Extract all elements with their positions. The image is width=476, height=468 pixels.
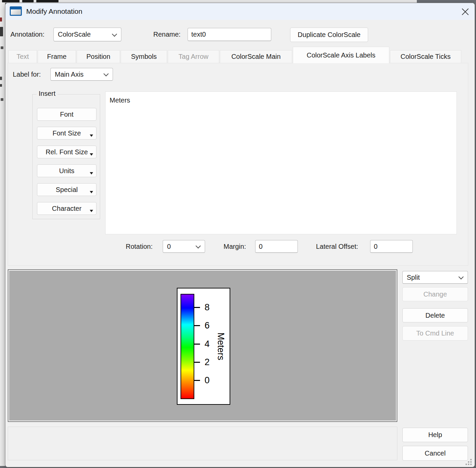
rename-input[interactable] <box>188 28 271 41</box>
tab-tag-arrow[interactable]: Tag Arrow <box>168 50 219 63</box>
close-button[interactable] <box>460 6 471 17</box>
dialog-title: Modify Annotation <box>26 3 82 20</box>
tab-frame[interactable]: Frame <box>38 50 76 63</box>
lateral-offset-input[interactable] <box>370 240 413 253</box>
split-select[interactable]: Split <box>402 271 468 284</box>
rotation-select[interactable]: 0 <box>163 240 205 253</box>
change-button[interactable]: Change <box>402 287 468 301</box>
insert-special-button[interactable]: Special <box>37 183 96 196</box>
tab-position[interactable]: Position <box>77 50 120 63</box>
button-label: Font <box>60 111 73 118</box>
tick-mark <box>194 307 200 308</box>
tick-mark <box>194 380 200 381</box>
button-label: Units <box>59 167 75 175</box>
tab-colorscale-main[interactable]: ColorScale Main <box>220 50 292 63</box>
chevron-down-icon <box>112 31 117 37</box>
menu-arrow-icon <box>90 153 93 156</box>
button-label: Character <box>52 205 82 212</box>
label-for-select-value: Main Axis <box>55 71 84 78</box>
tab-colorscale-ticks[interactable]: ColorScale Ticks <box>390 50 461 63</box>
cancel-button[interactable]: Cancel <box>402 446 468 461</box>
tick-label: 6 <box>200 320 214 331</box>
menu-arrow-icon <box>90 134 93 137</box>
insert-font-button[interactable]: Font <box>37 108 96 121</box>
background-artifact <box>0 27 3 36</box>
chevron-down-icon <box>196 243 201 249</box>
help-button[interactable]: Help <box>402 428 468 442</box>
annotation-text-editor[interactable]: Meters <box>105 91 457 234</box>
rotation-label: Rotation: <box>126 240 153 253</box>
window-icon <box>10 6 22 16</box>
background-artifact <box>2 0 19 2</box>
insert-rel-font-size-button[interactable]: Rel. Font Size <box>37 146 96 158</box>
close-icon <box>461 8 469 16</box>
chevron-down-icon <box>104 71 109 77</box>
background-window-fragment <box>0 0 417 3</box>
chevron-down-icon <box>459 274 464 280</box>
margin-label: Margin: <box>224 240 246 253</box>
tab-text[interactable]: Text <box>8 50 37 63</box>
label-for-select[interactable]: Main Axis <box>50 68 113 81</box>
insert-character-button[interactable]: Character <box>37 202 96 215</box>
background-artifact <box>0 77 2 80</box>
tick-label: 2 <box>200 357 214 367</box>
insert-group: Insert Font Font Size Rel. Font Size Uni… <box>32 94 100 219</box>
menu-arrow-icon <box>90 210 93 212</box>
background-artifact <box>0 84 2 87</box>
button-label: Special <box>56 186 78 194</box>
annotation-preview-area: 8 6 4 2 0 Meters <box>8 269 397 422</box>
tick-label: 0 <box>200 375 214 386</box>
annotation-select-value: ColorScale <box>58 31 91 38</box>
background-artifact <box>1 46 3 49</box>
colorscale-preview: 8 6 4 2 0 Meters <box>177 288 230 405</box>
background-artifact <box>1 98 3 101</box>
button-label: Font Size <box>52 129 81 137</box>
tick-mark <box>194 325 200 326</box>
label-for-label: Label for: <box>13 68 41 81</box>
split-select-value: Split <box>407 274 420 281</box>
insert-group-legend: Insert <box>37 90 57 98</box>
annotation-select[interactable]: ColorScale <box>53 28 121 41</box>
title-bar: Modify Annotation <box>5 3 475 20</box>
colorscale-axis-label: Meters <box>214 288 227 404</box>
button-label: Rel. Font Size <box>46 148 88 156</box>
insert-units-button[interactable]: Units <box>37 164 96 177</box>
tick-label: 8 <box>200 302 214 313</box>
tab-strip: Text Frame Position Symbols Tag Arrow Co… <box>8 47 461 63</box>
tab-symbols[interactable]: Symbols <box>121 50 167 63</box>
resize-grip[interactable] <box>470 459 472 460</box>
margin-input[interactable] <box>255 240 298 253</box>
tick-mark <box>194 362 200 363</box>
to-cmd-line-button[interactable]: To Cmd Line <box>402 326 468 341</box>
annotation-label: Annotation: <box>10 28 44 41</box>
background-window-fragment <box>0 3 5 466</box>
tick-label: 4 <box>200 339 214 349</box>
bottom-panel <box>8 427 397 460</box>
lateral-offset-label: Lateral Offset: <box>316 240 358 253</box>
colorscale-gradient <box>181 294 194 399</box>
insert-font-size-button[interactable]: Font Size <box>37 127 96 140</box>
rename-label: Rename: <box>153 28 181 41</box>
delete-button[interactable]: Delete <box>402 308 468 322</box>
screen: { "window": { "title": "Modify Annotatio… <box>0 0 476 468</box>
tick-mark <box>194 344 200 345</box>
menu-arrow-icon <box>90 191 93 193</box>
background-artifact <box>22 0 34 2</box>
modify-annotation-dialog: Modify Annotation Annotation: ColorScale… <box>5 3 475 467</box>
duplicate-colorscale-button[interactable]: Duplicate ColorScale <box>290 28 368 42</box>
colorscale-axis-labels-panel: Label for: Main Axis Insert Font Font Si… <box>8 63 468 266</box>
background-artifact <box>0 17 2 22</box>
background-artifact <box>36 0 58 2</box>
rotation-select-value: 0 <box>167 243 171 250</box>
menu-arrow-icon <box>90 172 93 174</box>
tab-colorscale-axis-labels[interactable]: ColorScale Axis Labels <box>293 47 389 63</box>
